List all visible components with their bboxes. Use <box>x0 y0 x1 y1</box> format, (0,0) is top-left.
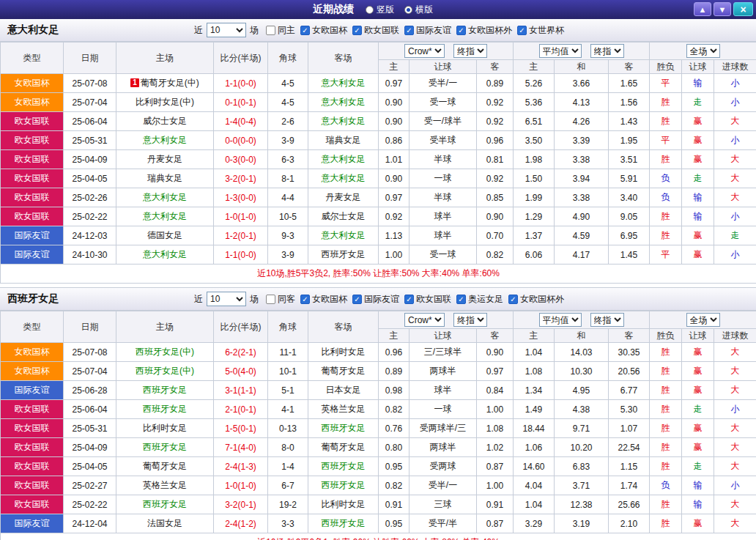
odds-source-select[interactable]: 终指 <box>590 44 624 58</box>
score-cell: 1-4(0-4) <box>214 112 268 131</box>
avg-draw-cell: 10.30 <box>555 362 609 381</box>
home-team-cell: 比利时女足 <box>116 419 214 438</box>
corners-cell: 2-6 <box>268 112 308 131</box>
match-row: 欧女国联25-05-31比利时女足1-5(0-1)0-13西班牙女足0.76受两… <box>1 419 756 438</box>
view-option-horizontal[interactable]: 横版 <box>404 4 433 16</box>
checkbox-icon[interactable]: ✓ <box>404 26 414 35</box>
radio-icon[interactable] <box>404 6 412 14</box>
checkbox-icon[interactable]: ✓ <box>352 26 362 35</box>
away-team-cell: 瑞典女足 <box>308 131 379 150</box>
score-cell: 1-2(0-1) <box>214 226 268 245</box>
checkbox-icon[interactable]: ✓ <box>300 295 310 304</box>
result-handicap-cell: 赢 <box>682 419 714 438</box>
odds-home-cell: 0.95 <box>379 514 410 533</box>
odds-away-cell: 0.89 <box>477 74 514 93</box>
match-row: 欧女国联25-04-09丹麦女足0-3(0-0)6-3意大利女足1.01半球0.… <box>1 150 756 169</box>
result-goals-cell: 大 <box>714 343 756 362</box>
checkbox-icon[interactable]: ✓ <box>300 26 310 35</box>
result-outcome-cell: 平 <box>650 74 682 93</box>
result-outcome-cell: 平 <box>650 245 682 265</box>
filter-checkbox-2[interactable]: ✓欧女国联 <box>352 24 399 37</box>
home-team-cell: 意大利女足 <box>116 131 214 150</box>
date-cell: 25-06-04 <box>64 112 116 131</box>
filter-checkbox-4[interactable]: ✓女欧国杯外 <box>456 24 512 37</box>
close-icon[interactable]: × <box>733 2 753 16</box>
result-goals-cell: 大 <box>714 438 756 457</box>
scroll-down-icon[interactable]: ▼ <box>714 2 731 16</box>
odds-away-cell: 0.84 <box>477 381 514 400</box>
checkbox-icon[interactable] <box>266 26 275 35</box>
match-row: 欧女国联25-04-09西班牙女足7-1(4-0)8-0葡萄牙女足0.80两球半… <box>1 438 756 457</box>
odds-source-select[interactable]: 终指 <box>590 313 624 327</box>
result-handicap-cell: 赢 <box>682 150 714 169</box>
filter-checkbox-1[interactable]: ✓女欧国杯 <box>300 293 347 306</box>
match-count-select[interactable]: 10 <box>207 23 246 37</box>
filter-checkbox-0[interactable]: 同主 <box>266 24 295 37</box>
filter-checkbox-2[interactable]: ✓国际友谊 <box>352 293 399 306</box>
odds-source-select[interactable]: 终指 <box>453 44 487 58</box>
result-goals-cell: 大 <box>714 514 756 533</box>
avg-home-cell: 4.04 <box>514 476 555 495</box>
checkbox-icon[interactable]: ✓ <box>517 26 527 35</box>
filter-checkbox-5[interactable]: ✓女欧国杯外 <box>508 293 564 306</box>
odds-source-select[interactable]: Crow* <box>404 313 445 327</box>
avg-away-cell: 1.45 <box>609 245 650 265</box>
filter-checkbox-1[interactable]: ✓女欧国杯 <box>300 24 347 37</box>
checkbox-icon[interactable]: ✓ <box>456 26 466 35</box>
home-team-name: 意大利女足 <box>143 192 187 202</box>
avg-away-cell: 1.95 <box>609 131 650 150</box>
league-type-badge: 欧女国联 <box>1 495 64 514</box>
league-type-badge: 国际友谊 <box>1 381 64 400</box>
view-option-label: 横版 <box>415 4 433 16</box>
away-team-cell: 意大利女足 <box>308 226 379 245</box>
result-outcome-cell: 胜 <box>650 343 682 362</box>
column-header: 主场 <box>116 311 214 343</box>
score-cell: 5-0(4-0) <box>214 362 268 381</box>
column-header: 主场 <box>116 42 214 74</box>
odds-source-select[interactable]: 平均值 <box>539 44 582 58</box>
score-cell: 3-2(0-1) <box>214 495 268 514</box>
home-team-cell: 丹麦女足 <box>116 150 214 169</box>
odds-source-select[interactable]: 全场 <box>686 44 720 58</box>
avg-home-cell: 18.44 <box>514 419 555 438</box>
odds-away-cell: 0.92 <box>477 112 514 131</box>
league-type-badge: 欧女国联 <box>1 457 64 476</box>
odds-source-select[interactable]: 平均值 <box>539 313 582 327</box>
filter-checkbox-0[interactable]: 同客 <box>266 293 295 306</box>
avg-draw-cell: 3.38 <box>555 150 609 169</box>
away-team-cell: 威尔士女足 <box>308 207 379 226</box>
checkbox-icon[interactable]: ✓ <box>508 295 518 304</box>
avg-home-cell: 1.08 <box>514 362 555 381</box>
result-goals-cell: 小 <box>714 245 756 265</box>
result-goals-cell: 大 <box>714 381 756 400</box>
avg-draw-cell: 4.90 <box>555 207 609 226</box>
filter-checkbox-4[interactable]: ✓奥运女足 <box>456 293 503 306</box>
odds-away-cell: 0.70 <box>477 226 514 245</box>
avg-away-cell: 20.56 <box>609 362 650 381</box>
avg-home-cell: 14.60 <box>514 457 555 476</box>
odds-source-select[interactable]: Crow* <box>404 44 445 58</box>
odds-away-cell: 0.97 <box>477 362 514 381</box>
checkbox-icon[interactable]: ✓ <box>404 295 414 304</box>
result-outcome-cell: 平 <box>650 131 682 150</box>
odds-group-header: 全场 <box>650 311 756 329</box>
checkbox-icon[interactable] <box>266 295 275 304</box>
column-subheader: 进球数 <box>714 60 756 74</box>
checkbox-icon[interactable]: ✓ <box>456 295 466 304</box>
checkbox-icon[interactable]: ✓ <box>352 295 362 304</box>
odds-away-cell: 0.90 <box>477 343 514 362</box>
view-option-vertical[interactable]: 竖版 <box>366 4 394 16</box>
filter-checkbox-5[interactable]: ✓女世界杯 <box>517 24 564 37</box>
match-count-select[interactable]: 10 <box>207 292 246 306</box>
odds-source-select[interactable]: 全场 <box>686 313 720 327</box>
filter-checkbox-3[interactable]: ✓国际友谊 <box>404 24 451 37</box>
odds-source-select[interactable]: 终指 <box>453 313 487 327</box>
result-outcome-cell: 胜 <box>650 150 682 169</box>
results-table: 类型日期主场比分(半场)角球客场Crow*终指平均值终指全场主让球客主和客胜负让… <box>0 42 756 284</box>
filter-checkbox-3[interactable]: ✓欧女国联 <box>404 293 451 306</box>
result-goals-cell: 大 <box>714 457 756 476</box>
scroll-up-icon[interactable]: ▲ <box>694 2 711 16</box>
column-subheader: 让球 <box>410 60 477 74</box>
result-handicap-cell: 输 <box>682 207 714 226</box>
radio-icon[interactable] <box>366 6 374 14</box>
